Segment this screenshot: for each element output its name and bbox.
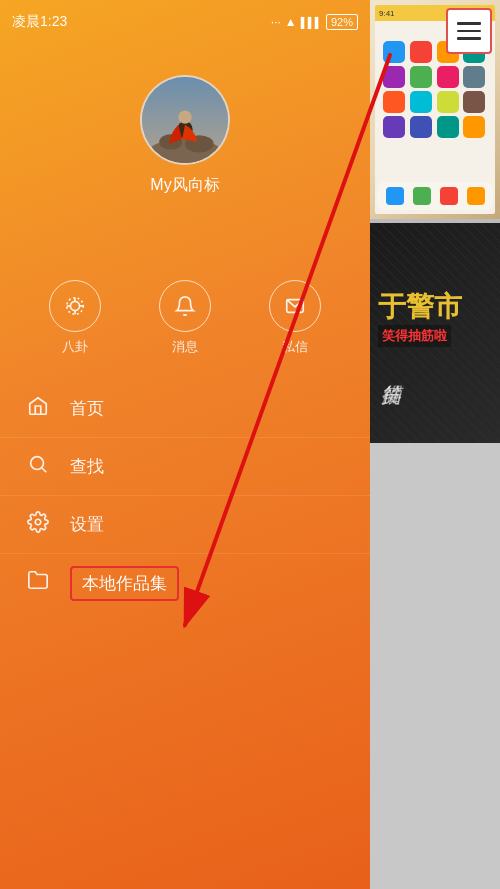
menu-item-search[interactable]: 查找 bbox=[0, 438, 370, 496]
signal-dots-icon: ··· bbox=[271, 15, 281, 29]
settings-label: 设置 bbox=[70, 513, 104, 536]
menu-item-local-works[interactable]: 本地作品集 bbox=[0, 554, 370, 612]
gossip-label: 八卦 bbox=[62, 338, 88, 356]
quick-action-gossip[interactable]: 八卦 bbox=[49, 280, 101, 356]
hamburger-line-1 bbox=[457, 22, 481, 25]
local-works-label: 本地作品集 bbox=[70, 566, 179, 601]
right-panel-rest bbox=[370, 443, 500, 889]
menu-items: 首页 查找 设置 本地作品集 bbox=[0, 380, 370, 612]
screenshot-subtitle: 笑得抽筋啦 bbox=[378, 325, 451, 347]
right-panel: 9:41 ▌▌ 🔋 bbox=[370, 0, 500, 889]
quick-action-private[interactable]: 私信 bbox=[269, 280, 321, 356]
svg-line-16 bbox=[42, 468, 46, 472]
settings-icon bbox=[24, 511, 52, 539]
status-time: 凌晨1:23 bbox=[12, 13, 67, 31]
bell-icon bbox=[159, 280, 211, 332]
menu-item-home[interactable]: 首页 bbox=[0, 380, 370, 438]
message-label: 消息 bbox=[172, 338, 198, 356]
svg-point-15 bbox=[31, 456, 44, 469]
quick-action-message[interactable]: 消息 bbox=[159, 280, 211, 356]
hamburger-line-3 bbox=[457, 37, 481, 40]
signal-icon: ▌▌▌ bbox=[301, 17, 322, 28]
status-icons: ··· ▲ ▌▌▌ 92% bbox=[271, 14, 358, 30]
mail-icon bbox=[269, 280, 321, 332]
hamburger-line-2 bbox=[457, 30, 481, 33]
status-bar: 凌晨1:23 ··· ▲ ▌▌▌ 92% bbox=[0, 0, 370, 44]
profile-name: My风向标 bbox=[150, 175, 219, 196]
baidu-watermark: Baidu 经验 bbox=[437, 859, 490, 874]
svg-point-8 bbox=[70, 301, 79, 310]
home-label: 首页 bbox=[70, 397, 104, 420]
search-label: 查找 bbox=[70, 455, 104, 478]
search-icon bbox=[24, 453, 52, 481]
menu-item-settings[interactable]: 设置 bbox=[0, 496, 370, 554]
avatar[interactable] bbox=[140, 75, 230, 165]
screenshot-calligraphy: 笑得抽筋 bbox=[378, 355, 405, 373]
private-label: 私信 bbox=[282, 338, 308, 356]
home-icon bbox=[24, 395, 52, 423]
svg-point-7 bbox=[178, 110, 191, 123]
wifi-icon: ▲ bbox=[285, 15, 297, 29]
profile-area: My风向标 bbox=[0, 55, 370, 196]
svg-point-17 bbox=[35, 519, 41, 525]
screenshot-main-text: 于警市 bbox=[378, 293, 462, 321]
folder-icon bbox=[24, 569, 52, 597]
hamburger-button[interactable] bbox=[446, 8, 492, 54]
screenshot-text-overlay: 于警市 笑得抽筋啦 笑得抽筋 bbox=[370, 223, 500, 443]
battery-icon: 92% bbox=[326, 14, 358, 30]
screenshot-text-post: 于警市 笑得抽筋啦 笑得抽筋 bbox=[370, 223, 500, 443]
quick-actions: 八卦 消息 私信 bbox=[0, 270, 370, 366]
gossip-icon bbox=[49, 280, 101, 332]
